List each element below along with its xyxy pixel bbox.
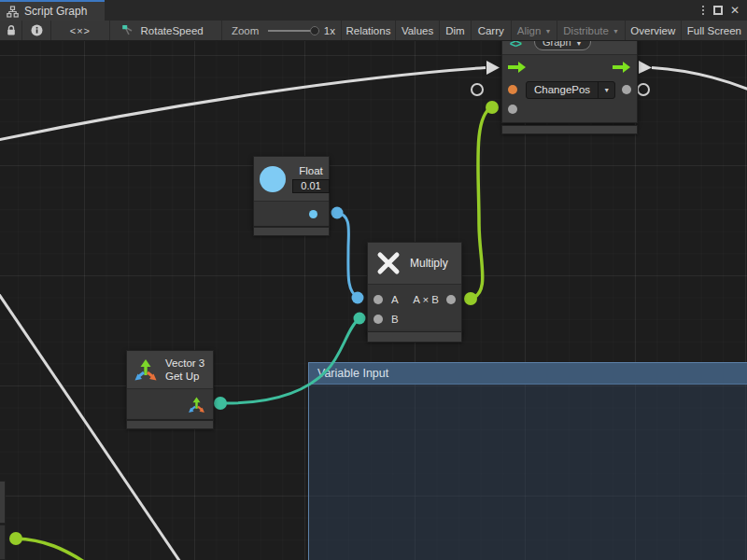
titlebar-spacer — [105, 0, 698, 21]
variable-breadcrumb[interactable]: RotateSpeed — [110, 21, 222, 40]
multiply-header[interactable]: Multiply — [368, 243, 461, 285]
overview-label: Overview — [630, 25, 675, 36]
variable-name-dropdown[interactable]: ChangePos ▼ — [526, 81, 615, 99]
vector3-get-up-node[interactable]: Vector 3 Get Up — [126, 350, 214, 420]
lock-icon — [6, 24, 17, 36]
wire-end-teal-left — [214, 397, 227, 410]
window-menu-icon[interactable] — [698, 6, 708, 15]
window-controls: ✕ — [698, 0, 747, 21]
zoom-control: Zoom 1x — [222, 21, 342, 40]
align-label: Align — [517, 25, 542, 36]
dim-label: Dim — [445, 25, 464, 36]
port-a-label: A — [391, 294, 399, 305]
set-variable-footer — [501, 125, 638, 134]
wire-end-green-top — [486, 101, 499, 114]
full-screen-label: Full Screen — [687, 25, 741, 36]
carry-button[interactable]: Carry — [472, 21, 512, 40]
align-button[interactable]: Align ▼ — [512, 21, 558, 40]
multiply-title: Multiply — [410, 257, 448, 270]
port-row-a: A A × B — [368, 289, 461, 309]
float-node[interactable]: Float — [253, 156, 330, 227]
vector3-output-port[interactable] — [188, 396, 205, 413]
flow-input-arrow-icon[interactable] — [508, 61, 527, 74]
relations-button[interactable]: Relations — [342, 21, 396, 40]
code-brackets-icon: <×> — [70, 25, 91, 36]
full-screen-button[interactable]: Full Screen — [682, 21, 747, 40]
wire-vector3-to-multiply-b[interactable] — [220, 318, 359, 403]
tab-script-graph[interactable]: Script Graph — [0, 0, 105, 21]
zoom-label: Zoom — [232, 25, 259, 36]
variable-kind-label: Graph — [543, 41, 571, 48]
multiply-node[interactable]: Multiply A A × B B — [367, 242, 462, 335]
vector3-icon — [134, 357, 158, 382]
dim-button[interactable]: Dim — [440, 21, 471, 40]
offscreen-node-header[interactable] — [0, 481, 6, 524]
vector3-body — [127, 389, 213, 419]
zoom-slider[interactable] — [268, 30, 316, 32]
chevron-down-icon[interactable]: ▼ — [598, 82, 614, 98]
float-header[interactable]: Float — [254, 157, 329, 202]
variable-row: ChangePos ▼ — [502, 79, 637, 100]
float-output-port[interactable] — [309, 210, 317, 218]
values-label: Values — [402, 25, 433, 36]
graph-hierarchy-icon — [7, 6, 19, 18]
vector3-header[interactable]: Vector 3 Get Up — [127, 351, 213, 389]
port-row-b: B — [368, 309, 461, 329]
value-output-port[interactable] — [622, 85, 631, 94]
unconnected-port-right[interactable] — [638, 84, 649, 95]
float-body — [254, 202, 329, 226]
maximize-icon[interactable] — [713, 6, 723, 15]
wire-flow-in[interactable] — [0, 68, 486, 141]
variable-node-icon — [121, 24, 134, 36]
vector3-title: Vector 3 — [165, 357, 204, 370]
flow-output-arrow-icon[interactable] — [613, 61, 631, 74]
wire-end-teal-right — [354, 313, 366, 325]
values-button[interactable]: Values — [396, 21, 440, 40]
graph-canvas[interactable]: Variable Input — [0, 41, 747, 560]
title-bar: Script Graph ✕ — [0, 0, 747, 21]
variable-kind-dropdown[interactable]: Graph ▼ — [534, 41, 591, 50]
wire-arrowhead-out — [639, 61, 652, 74]
wire-green-bottom-left[interactable] — [16, 539, 84, 560]
distribute-button[interactable]: Distribute ▼ — [557, 21, 626, 40]
variable-name-value: ChangePos — [527, 84, 598, 95]
zoom-value: 1x — [324, 25, 335, 36]
wire-flow-out[interactable] — [652, 68, 747, 91]
info-button[interactable] — [22, 21, 51, 40]
value-input-port[interactable] — [508, 105, 517, 114]
variable-name-label: RotateSpeed — [141, 25, 204, 36]
script-graph-window: Script Graph ✕ — [0, 0, 747, 560]
flow-row — [502, 55, 637, 79]
wire-float-to-multiply-a[interactable] — [337, 213, 358, 298]
set-variable-header[interactable]: <> Graph ▼ — [502, 41, 637, 55]
input-port-a[interactable] — [374, 295, 383, 304]
wire-multiply-to-setvariable[interactable] — [471, 107, 492, 299]
output-port-result[interactable] — [446, 295, 456, 304]
zoom-slider-handle[interactable] — [310, 26, 319, 35]
multiply-body: A A × B B — [368, 285, 461, 334]
multiply-icon — [375, 250, 402, 276]
port-result-label: A × B — [413, 294, 439, 305]
float-type-icon — [260, 166, 286, 192]
vector3-subtitle: Get Up — [165, 370, 204, 383]
variable-name-port[interactable] — [508, 85, 517, 94]
overview-button[interactable]: Overview — [626, 21, 682, 40]
wire-end-blue-top — [331, 207, 344, 219]
float-footer — [253, 227, 330, 236]
float-value-input[interactable] — [292, 179, 330, 193]
code-view-button[interactable]: <×> — [51, 21, 109, 40]
script-graph-icon: <> — [510, 41, 521, 50]
lock-button[interactable] — [0, 21, 22, 40]
offscreen-node-body[interactable] — [0, 525, 6, 560]
graph-toolbar: <×> RotateSpeed Zoom 1x Relations Values — [0, 21, 747, 41]
wire-arrowhead-in — [486, 61, 500, 75]
unconnected-port-left[interactable] — [472, 84, 483, 95]
close-icon[interactable]: ✕ — [728, 6, 741, 15]
input-port-b[interactable] — [374, 315, 383, 324]
info-icon — [31, 24, 43, 36]
multiply-footer — [367, 331, 462, 343]
wire-end-green-edge — [9, 532, 22, 545]
wire-end-green-bottom — [464, 292, 477, 305]
vector3-footer — [126, 420, 214, 429]
set-variable-node[interactable]: <> Graph ▼ ChangePos ▼ — [501, 41, 638, 123]
